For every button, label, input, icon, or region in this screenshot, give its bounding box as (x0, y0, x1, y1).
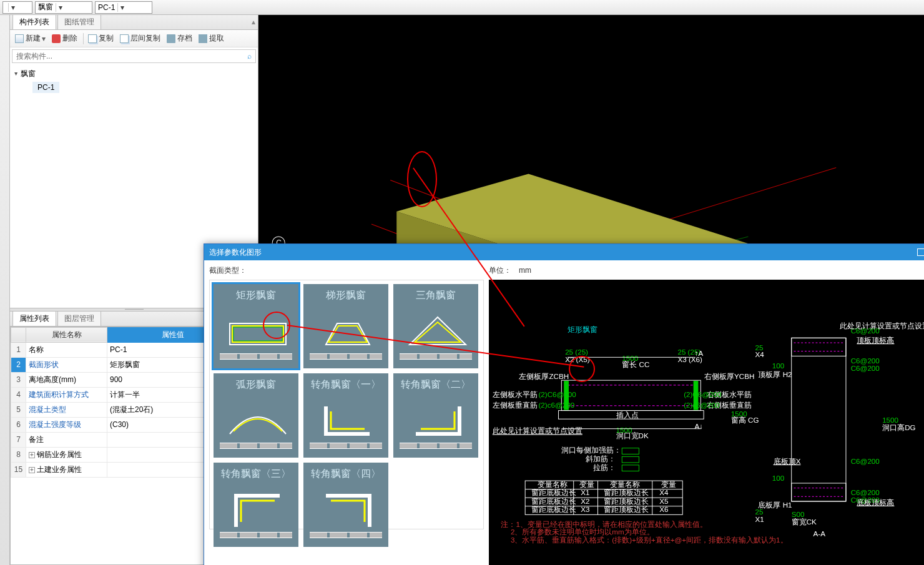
component-toolbar: 新建▾ 删除 复制 层间复制 存档 提取 (10, 30, 258, 47)
svg-text:窗距底板边长: 窗距底板边长 (531, 505, 576, 513)
svg-text:底板顶X: 底板顶X (774, 457, 801, 465)
svg-text:窗距底板边长: 窗距底板边长 (531, 488, 576, 496)
svg-text:此处见计算设置或节点设置: 此处见计算设置或节点设置 (493, 426, 582, 435)
unit-label: 单位： mm (489, 265, 924, 276)
svg-text:窗距顶板边长: 窗距顶板边长 (604, 497, 649, 505)
svg-text:斜加筋：: 斜加筋： (586, 454, 616, 463)
section-dialog: 选择参数化图形 截面类型： 矩形飘窗梯形飘窗三角飘窗弧形飘窗转角飘窗〈一〉转角飘… (204, 243, 924, 565)
svg-text:洞口每侧加强筋：: 洞口每侧加强筋： (561, 446, 621, 454)
svg-text:顶板厚 H2: 顶板厚 H2 (758, 370, 792, 378)
svg-text:左侧板厚ZCBH: 左侧板厚ZCBH (519, 372, 569, 380)
vertical-strip[interactable] (0, 15, 10, 565)
annotation-ellipse-thumb (263, 312, 290, 339)
svg-text:↑A: ↑A (695, 349, 704, 357)
svg-text:矩形飘窗: 矩形飘窗 (568, 325, 597, 333)
collapse-icon[interactable]: ▴ (252, 17, 255, 26)
svg-text:右侧板厚YCBH: 右侧板厚YCBH (704, 372, 754, 380)
svg-rect-95 (622, 448, 639, 454)
svg-text:此处见计算设置或节点设置: 此处见计算设置或节点设置 (840, 322, 924, 330)
section-thumb[interactable]: 弧形飘窗 (214, 373, 298, 458)
svg-text:拉筋：: 拉筋： (593, 463, 616, 471)
svg-text:X3: X3 (581, 505, 589, 513)
svg-text:2、所有参数未注明单位时均以mm为单位。: 2、所有参数未注明单位时均以mm为单位。 (511, 528, 654, 536)
svg-text:窗距顶板边长: 窗距顶板边长 (604, 488, 649, 496)
tab-properties[interactable]: 属性列表 (12, 311, 56, 326)
svg-rect-97 (622, 456, 639, 463)
annotation-ellipse-drawing (569, 356, 595, 382)
section-thumb[interactable]: 梯形飘窗 (303, 284, 388, 368)
section-thumb[interactable]: 转角飘窗〈四〉 (303, 463, 388, 547)
thumbnail-grid: 矩形飘窗梯形飘窗三角飘窗弧形飘窗转角飘窗〈一〉转角飘窗〈二〉转角飘窗〈三〉转角飘… (209, 280, 484, 529)
svg-text:3、水平筋、垂直筋输入格式：(排数)+级别+直径+@+间距，: 3、水平筋、垂直筋输入格式：(排数)+级别+直径+@+间距，排数没有输入默认为1… (511, 536, 788, 544)
svg-text:变量名称: 变量名称 (610, 480, 640, 488)
svg-text:100: 100 (772, 474, 785, 482)
svg-text:底板厚 H1: 底板厚 H1 (758, 501, 792, 509)
search-bar: ⌕ (12, 49, 256, 63)
svg-rect-66 (792, 483, 846, 501)
svg-text:(2)c6@200: (2)c6@200 (538, 401, 574, 409)
svg-text:(2)c6@200: (2)c6@200 (684, 401, 720, 409)
svg-text:窗距底板边长: 窗距底板边长 (531, 497, 576, 505)
svg-text:1500: 1500 (731, 410, 747, 418)
svg-text:窗距顶板边长: 窗距顶板边长 (604, 505, 649, 513)
svg-text:变量: 变量 (579, 480, 594, 488)
svg-text:1500: 1500 (622, 354, 638, 362)
maximize-icon[interactable] (917, 248, 924, 256)
drawing-preview[interactable]: 矩形飘窗 左侧板厚ZCBH 右侧板厚YCBH 左侧板水平筋 右侧板水平筋 左侧板 (489, 280, 924, 565)
svg-text:X2: X2 (581, 497, 589, 505)
svg-text:X4: X4 (755, 350, 765, 358)
svg-text:X6: X6 (659, 505, 668, 513)
svg-text:A↓: A↓ (695, 422, 704, 430)
tree-item[interactable]: PC-1 (32, 82, 59, 93)
tab-drawing-mgmt[interactable]: 图纸管理 (57, 14, 101, 29)
svg-text:(2)C6@200: (2)C6@200 (684, 390, 722, 398)
top-toolbar: ▾ 飘窗▾ PC-1▾ (0, 0, 924, 15)
svg-text:X5: X5 (659, 497, 668, 505)
svg-text:C6@200: C6@200 (851, 364, 880, 372)
svg-text:左侧板垂直筋: 左侧板垂直筋 (493, 401, 538, 409)
copy-button[interactable]: 复制 (86, 32, 116, 45)
svg-rect-65 (792, 338, 846, 356)
svg-text:底板顶标高: 底板顶标高 (857, 498, 894, 506)
svg-text:左侧板水平筋: 左侧板水平筋 (493, 390, 538, 398)
extract-button[interactable]: 提取 (196, 32, 227, 45)
search-icon[interactable]: ⌕ (243, 52, 255, 61)
svg-text:X1: X1 (755, 515, 764, 523)
svg-rect-99 (622, 465, 639, 471)
svg-text:1500: 1500 (616, 426, 632, 434)
svg-text:窗宽CK: 窗宽CK (792, 518, 817, 526)
svg-rect-64 (792, 338, 846, 501)
section-thumb[interactable]: 三角飘窗 (393, 284, 478, 368)
svg-text:洞口高DG: 洞口高DG (882, 423, 915, 431)
section-thumb[interactable]: 转角飘窗〈一〉 (303, 373, 388, 458)
svg-text:C6@200: C6@200 (851, 457, 880, 465)
svg-text:100: 100 (772, 361, 785, 370)
section-type-label: 截面类型： (209, 265, 484, 276)
svg-text:注：1、变量已经在图中标明，请在相应的位置处输入属性值。: 注：1、变量已经在图中标明，请在相应的位置处输入属性值。 (501, 520, 707, 528)
section-thumb[interactable]: 转角飘窗〈三〉 (214, 463, 298, 547)
tab-component-list[interactable]: 构件列表 (12, 14, 56, 29)
combo-layer[interactable]: ▾ (2, 1, 32, 14)
archive-button[interactable]: 存档 (164, 32, 195, 45)
svg-text:变量名称: 变量名称 (538, 480, 568, 488)
tab-layers[interactable]: 图层管理 (57, 311, 101, 326)
search-input[interactable] (12, 52, 243, 61)
combo-type[interactable]: 飘窗▾ (35, 1, 92, 14)
delete-button[interactable]: 删除 (49, 32, 80, 45)
dialog-title: 选择参数化图形 (209, 247, 262, 258)
combo-name[interactable]: PC-1▾ (95, 1, 152, 14)
tree-root[interactable]: 飘窗 (15, 67, 253, 81)
dialog-titlebar[interactable]: 选择参数化图形 (204, 244, 924, 260)
svg-text:(2)C6@200: (2)C6@200 (538, 390, 576, 398)
svg-text:顶板顶标高: 顶板顶标高 (857, 336, 894, 344)
new-button[interactable]: 新建▾ (12, 32, 48, 45)
svg-text:变量: 变量 (661, 480, 676, 488)
floor-copy-button[interactable]: 层间复制 (117, 32, 163, 45)
svg-text:插入点: 插入点 (616, 411, 639, 419)
drawing-svg: 矩形飘窗 左侧板厚ZCBH 右侧板厚YCBH 左侧板水平筋 右侧板水平筋 左侧板 (489, 280, 924, 565)
section-thumb[interactable]: 转角飘窗〈二〉 (393, 373, 478, 458)
svg-text:A-A: A-A (813, 529, 826, 538)
svg-marker-29 (410, 317, 466, 345)
svg-text:X4: X4 (659, 488, 669, 496)
component-tabs: 构件列表 图纸管理 ▴ (10, 15, 258, 30)
